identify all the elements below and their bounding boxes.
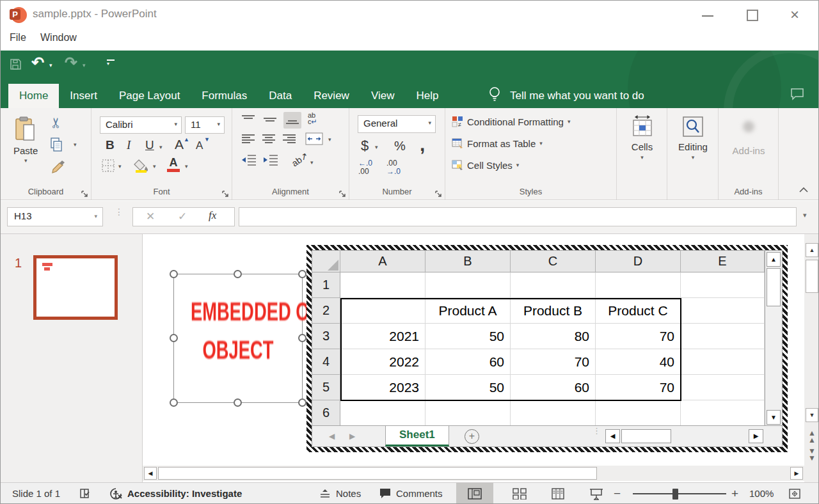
chat-bubble-icon[interactable] xyxy=(790,88,804,103)
comma-button[interactable]: , xyxy=(420,134,425,155)
underline-dropdown-icon[interactable]: ▾ xyxy=(159,144,163,150)
worksheet-vscroll-thumb[interactable] xyxy=(767,268,781,306)
percent-button[interactable]: % xyxy=(394,139,406,154)
cell-B4[interactable]: 60 xyxy=(425,349,511,375)
row-header-6[interactable]: 6 xyxy=(312,400,340,426)
undo-icon[interactable]: ↶ xyxy=(31,54,44,72)
cell-E3[interactable] xyxy=(681,324,765,349)
save-icon[interactable] xyxy=(10,58,22,73)
increase-indent-icon[interactable] xyxy=(263,154,278,168)
cell-A1[interactable] xyxy=(340,272,425,298)
decrease-decimal-button[interactable]: .00 →.0 xyxy=(386,159,401,176)
cell-C1[interactable] xyxy=(511,272,596,298)
embedded-excel-object[interactable]: A B C D E 1 2 Product A Product B Produc… xyxy=(306,245,788,452)
main-vscroll-thumb[interactable] xyxy=(806,260,818,293)
copy-dropdown-icon[interactable]: ▾ xyxy=(74,141,77,148)
reading-view-button[interactable] xyxy=(539,483,576,504)
cell-D4[interactable]: 40 xyxy=(596,349,681,375)
cut-icon[interactable]: ✂ xyxy=(48,117,65,129)
font-size-combo[interactable]: 11 ▾ xyxy=(185,116,225,134)
row-header-1[interactable]: 1 xyxy=(312,272,340,298)
grow-font-button[interactable]: A xyxy=(175,137,184,152)
alignment-dialog-launcher-icon[interactable] xyxy=(339,189,346,196)
cell-E4[interactable] xyxy=(681,349,765,375)
main-hscroll-left-icon[interactable]: ◀ xyxy=(144,467,157,480)
normal-view-button[interactable] xyxy=(456,483,493,504)
decrease-indent-icon[interactable] xyxy=(241,154,257,168)
number-dialog-launcher-icon[interactable] xyxy=(435,189,442,196)
addins-button[interactable]: Add-ins xyxy=(719,145,779,156)
main-scroll-down-icon[interactable]: ▼ xyxy=(806,408,818,422)
orientation-icon[interactable]: ab↗ xyxy=(290,150,310,169)
formula-input[interactable] xyxy=(239,207,797,226)
resize-handle-ne[interactable] xyxy=(298,270,306,278)
cell-B3[interactable]: 50 xyxy=(425,324,511,349)
worksheet-hscroll-thumb[interactable] xyxy=(621,429,671,443)
sheet-nav-left-icon[interactable]: ◀ xyxy=(329,432,335,441)
cell-E2[interactable] xyxy=(681,298,765,324)
zoom-level[interactable]: 100% xyxy=(749,483,774,504)
cell-D5[interactable]: 70 xyxy=(596,375,681,400)
cell-D2[interactable]: Product C xyxy=(596,298,681,324)
redo-icon[interactable]: ↷ xyxy=(65,54,77,72)
menu-window[interactable]: Window xyxy=(40,32,77,43)
align-right-icon[interactable] xyxy=(282,134,296,146)
cell-B1[interactable] xyxy=(425,272,511,298)
zoom-slider-thumb[interactable] xyxy=(672,489,678,500)
conditional-formatting-button[interactable]: ≠ Conditional Formatting ▾ xyxy=(452,116,570,127)
zoom-in-icon[interactable]: + xyxy=(731,483,738,504)
fill-color-icon[interactable] xyxy=(134,158,149,176)
previous-slide-icon[interactable]: ▲▲ xyxy=(806,430,818,444)
accessibility-status[interactable]: Accessibility: Investigate xyxy=(127,483,242,504)
maximize-icon[interactable] xyxy=(747,10,758,21)
cell-B6[interactable] xyxy=(425,400,511,426)
column-header-b[interactable]: B xyxy=(425,251,511,272)
cell-B2[interactable]: Product A xyxy=(425,298,511,324)
merge-dropdown-icon[interactable]: ▾ xyxy=(328,136,331,143)
select-all-corner[interactable] xyxy=(312,251,340,272)
column-header-c[interactable]: C xyxy=(511,251,596,272)
resize-handle-nw[interactable] xyxy=(170,270,178,278)
main-hscroll-right-icon[interactable]: ▶ xyxy=(790,467,803,480)
next-slide-icon[interactable]: ▼▼ xyxy=(806,448,818,462)
bold-button[interactable]: B xyxy=(106,138,115,152)
cell-C5[interactable]: 60 xyxy=(511,375,596,400)
cell-E6[interactable] xyxy=(681,400,765,426)
slide-thumbnail[interactable] xyxy=(33,255,118,320)
cell-C6[interactable] xyxy=(511,400,596,426)
redo-dropdown-icon[interactable]: ▾ xyxy=(83,62,86,68)
cell-C3[interactable]: 80 xyxy=(511,324,596,349)
comments-button[interactable]: Comments xyxy=(396,483,443,504)
main-scroll-up-icon[interactable]: ▲ xyxy=(806,243,818,257)
enter-icon[interactable]: ✓ xyxy=(178,210,187,223)
increase-decimal-button[interactable]: ←.0 .00 xyxy=(358,159,372,176)
font-dialog-launcher-icon[interactable] xyxy=(222,189,229,196)
worksheet-scroll-down-icon[interactable]: ▼ xyxy=(767,410,781,425)
editing-button[interactable]: Editing ▾ xyxy=(667,114,719,161)
cell-A2[interactable] xyxy=(340,298,425,324)
font-color-button[interactable]: A xyxy=(167,157,180,172)
undo-dropdown-icon[interactable]: ▾ xyxy=(49,62,52,68)
sheet-tab[interactable]: Sheet1 xyxy=(385,426,449,446)
cell-A4[interactable]: 2022 xyxy=(340,349,425,375)
underline-button[interactable]: U xyxy=(145,138,154,152)
font-color-dropdown-icon[interactable]: ▾ xyxy=(185,163,188,169)
clipboard-dialog-launcher-icon[interactable] xyxy=(81,189,88,196)
tab-page-layout[interactable]: Page Layout xyxy=(108,84,191,108)
cell-D6[interactable] xyxy=(596,400,681,426)
formula-bar-handle-icon[interactable]: ⋮ xyxy=(115,210,123,214)
selected-shape[interactable]: EMBEDDED OLE OBJECT xyxy=(173,274,303,403)
slide-sorter-button[interactable] xyxy=(501,483,538,504)
collapse-ribbon-icon[interactable] xyxy=(799,184,808,195)
borders-dropdown-icon[interactable]: ▾ xyxy=(118,163,122,169)
tab-data[interactable]: Data xyxy=(258,84,303,108)
row-header-5[interactable]: 5 xyxy=(312,375,340,400)
new-sheet-icon[interactable]: + xyxy=(465,429,479,444)
worksheet-scroll-up-icon[interactable]: ▲ xyxy=(767,252,781,267)
resize-handle-s[interactable] xyxy=(234,398,242,407)
format-painter-icon[interactable] xyxy=(51,159,66,177)
align-center-icon[interactable] xyxy=(262,134,276,146)
spellcheck-icon[interactable] xyxy=(79,488,91,502)
zoom-slider-track[interactable] xyxy=(633,493,726,494)
worksheet-hscroll-left-icon[interactable]: ◀ xyxy=(605,429,620,443)
